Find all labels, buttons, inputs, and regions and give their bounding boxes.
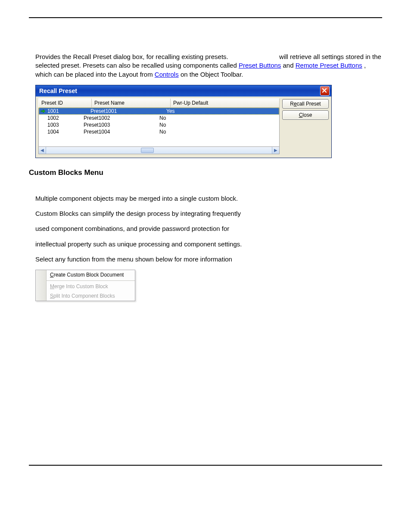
chevron-right-icon[interactable]: ▶: [272, 147, 279, 154]
menu-item-split-into-component-blocks[interactable]: Split Into Component Blocks: [47, 291, 135, 301]
cell-preset-id: 1001: [47, 108, 88, 114]
paragraph: Custom Blocks can simplify the design pr…: [35, 209, 382, 218]
intro-paragraph: Provides the Recall Preset dialog box, f…: [35, 53, 382, 79]
intro-end: on the Object Toolbar.: [181, 71, 243, 78]
cell-pwrup-default: No: [157, 115, 279, 121]
dialog-title: Recall Preset: [39, 87, 77, 94]
list-header-row: Preset ID Preset Name Pwr-Up Default: [38, 98, 280, 108]
close-button[interactable]: Close: [282, 110, 329, 120]
intro-mid1: and: [283, 62, 296, 69]
paragraph: Select any function from the menu shown …: [35, 255, 382, 264]
table-row[interactable]: 1001 Preset1001 Yes: [39, 108, 279, 115]
menu-gutter: [36, 270, 47, 301]
arrow-right-icon: [40, 109, 47, 114]
link-preset-buttons[interactable]: Preset Buttons: [239, 62, 281, 69]
custom-blocks-context-menu: Create Custom Block Document Merge Into …: [35, 270, 135, 301]
section-heading-custom-blocks: Custom Blocks Menu: [29, 168, 382, 177]
cell-preset-name: Preset1004: [81, 129, 157, 135]
cell-pwrup-default: No: [157, 122, 279, 128]
menu-item-merge-into-custom-block[interactable]: Merge Into Custom Block: [47, 282, 135, 291]
menu-separator: [47, 280, 135, 281]
table-row[interactable]: 1003 Preset1003 No: [39, 121, 279, 128]
preset-list[interactable]: 1001 Preset1001 Yes 1002 Preset1002 No 1…: [38, 108, 280, 146]
button-label: Close: [299, 112, 312, 118]
horizontal-scrollbar[interactable]: ◀ ▶: [38, 146, 280, 154]
button-label: Recall Preset: [290, 101, 321, 107]
top-horizontal-rule: [29, 17, 382, 18]
table-row[interactable]: 1004 Preset1004 No: [39, 128, 279, 135]
cell-preset-id: 1003: [40, 122, 81, 128]
table-row[interactable]: 1002 Preset1002 No: [39, 115, 279, 121]
menu-item-create-custom-block-document[interactable]: Create Custom Block Document: [47, 270, 135, 280]
bottom-horizontal-rule: [29, 465, 382, 466]
cell-preset-name: Preset1003: [81, 122, 157, 128]
col-header-pwrup-default[interactable]: Pwr-Up Default: [171, 99, 280, 108]
recall-preset-button[interactable]: Recall Preset: [282, 99, 329, 109]
recall-preset-dialog: Recall Preset Preset ID Preset Name Pwr-…: [35, 85, 332, 158]
link-controls[interactable]: Controls: [155, 71, 179, 78]
cell-pwrup-default: Yes: [164, 108, 279, 114]
cell-preset-name: Preset1002: [81, 115, 157, 121]
dialog-titlebar: Recall Preset: [36, 85, 331, 96]
link-remote-preset-buttons[interactable]: Remote Preset Buttons: [296, 62, 362, 69]
col-header-preset-id[interactable]: Preset ID: [39, 99, 92, 108]
scroll-track[interactable]: [46, 147, 272, 154]
chevron-left-icon[interactable]: ◀: [39, 147, 46, 154]
close-icon[interactable]: [320, 86, 330, 96]
scroll-thumb[interactable]: [141, 148, 154, 153]
preset-list-panel: Preset ID Preset Name Pwr-Up Default 100…: [38, 98, 280, 154]
intro-text: Provides the Recall Preset dialog box, f…: [35, 53, 230, 60]
cell-preset-id: 1004: [40, 129, 81, 135]
paragraph: intellectual property such as unique pro…: [35, 240, 382, 249]
paragraph: used component combinations, and provide…: [35, 224, 382, 233]
cell-pwrup-default: No: [157, 129, 279, 135]
col-header-preset-name[interactable]: Preset Name: [92, 99, 171, 108]
paragraph: Multiple component objects may be merged…: [35, 194, 382, 203]
cell-preset-id: 1002: [40, 115, 81, 121]
cell-preset-name: Preset1001: [88, 108, 164, 114]
